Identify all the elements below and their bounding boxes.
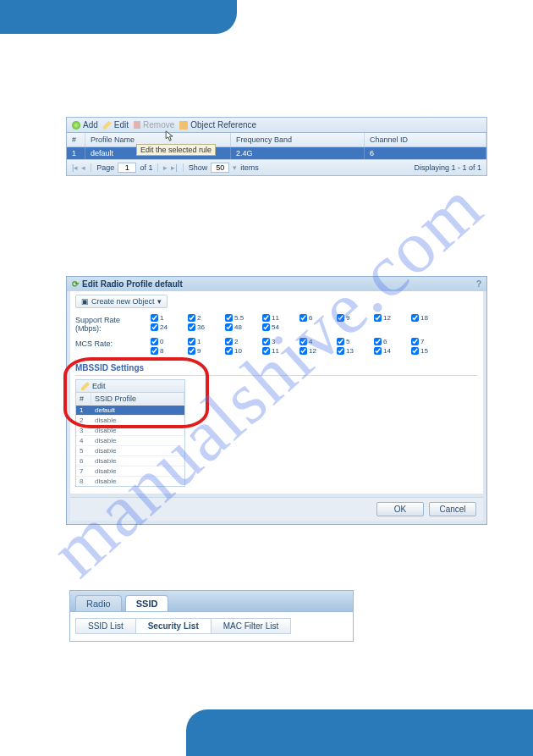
profiles-toolbar: Add Edit Remove Object Reference [67,118,486,133]
rate-checkbox[interactable]: 11 [262,314,299,322]
main-tabs: Radio SSID [70,591,353,611]
rate-checkbox[interactable]: 18 [411,314,448,322]
pager: |◂ ◂ Page of 1 ▸ ▸| Show ▾ items Display… [67,159,486,175]
items-label: items [240,163,259,172]
edit-radio-profile-dialog: ⟳ Edit Radio Profile default ? ▣ Create … [66,276,487,525]
displaying-label: Displaying 1 - 1 of 1 [414,163,481,172]
rate-checkbox[interactable]: 2 [188,314,225,322]
rate-checkbox[interactable]: 9 [337,314,374,322]
support-rate-checkboxes: 125.51169121824364854 [151,314,448,331]
profiles-grid-panel: Add Edit Remove Object Reference # Profi… [66,117,487,176]
rate-checkbox[interactable]: 12 [374,314,411,322]
show-input[interactable] [211,163,229,173]
rate-checkbox[interactable]: 1 [188,338,225,345]
rate-checkbox[interactable]: 0 [151,338,188,345]
new-object-icon: ▣ [81,297,89,306]
mbssid-row[interactable]: 3disable [76,425,184,435]
dialog-title-bar: ⟳ Edit Radio Profile default ? [67,277,486,291]
page-bottom-bar [186,709,533,756]
rate-checkbox[interactable]: 11 [262,347,299,355]
object-reference-icon [179,121,188,130]
create-new-object-button[interactable]: ▣ Create new Object ▾ [75,295,168,308]
col-channel-id[interactable]: Channel ID [365,133,486,146]
remove-button[interactable]: Remove [134,120,174,130]
dialog-footer: OK Cancel [70,497,483,521]
edit-icon [81,382,90,390]
rate-checkbox[interactable]: 9 [188,347,225,355]
mbssid-edit-button[interactable]: Edit [75,379,185,393]
object-reference-button[interactable]: Object Reference [179,120,256,130]
help-icon[interactable]: ? [476,279,481,289]
rate-checkbox[interactable]: 7 [411,338,448,345]
last-page-button[interactable]: ▸| [171,163,177,172]
mbssid-row[interactable]: 7disable [76,466,184,476]
rate-checkbox[interactable]: 5 [337,338,374,345]
show-dropdown-icon[interactable]: ▾ [233,163,237,172]
mbssid-row[interactable]: 1default [76,405,184,415]
ok-button[interactable]: OK [376,502,424,516]
add-button[interactable]: Add [72,120,98,130]
tabs-panel: Radio SSID SSID List Security List MAC F… [69,590,354,642]
col-profile-name[interactable]: Profile Name Edit the selected rule [85,133,231,146]
refresh-icon: ⟳ [72,279,79,289]
cancel-button[interactable]: Cancel [429,502,476,516]
support-rate-label: Support Rate (Mbps): [75,314,147,333]
rate-checkbox[interactable]: 4 [299,338,337,345]
rate-checkbox[interactable]: 6 [299,314,337,322]
prev-page-button[interactable]: ◂ [81,163,85,172]
mb-col-num[interactable]: # [76,393,91,405]
rate-checkbox[interactable]: 15 [411,347,448,355]
rate-checkbox[interactable]: 1 [151,314,188,322]
rate-checkbox[interactable]: 6 [374,338,411,345]
rate-checkbox[interactable]: 12 [299,347,337,355]
mbssid-settings-heading: MBSSID Settings [75,363,478,376]
page-input[interactable] [118,163,136,173]
of-label: of 1 [140,163,152,172]
grid-header: # Profile Name Edit the selected rule Fr… [67,133,486,147]
subtab-security-list[interactable]: Security List [136,618,212,634]
mbssid-row[interactable]: 2disable [76,415,184,425]
rate-checkbox[interactable] [411,323,448,331]
subtab-ssid-list[interactable]: SSID List [75,618,136,634]
edit-tooltip: Edit the selected rule [136,144,216,156]
col-frequency-band[interactable]: Frequency Band [231,133,365,146]
mbssid-row[interactable]: 4disable [76,435,184,445]
rate-checkbox[interactable]: 10 [225,347,262,355]
rate-checkbox[interactable] [299,323,337,331]
subtab-mac-filter-list[interactable]: MAC Filter List [212,618,292,634]
edit-icon [103,121,112,130]
rate-checkbox[interactable]: 24 [151,323,188,331]
first-page-button[interactable]: |◂ [72,163,78,172]
rate-checkbox[interactable] [374,323,411,331]
page-top-bar [0,0,237,34]
rate-checkbox[interactable]: 36 [188,323,225,331]
next-page-button[interactable]: ▸ [163,163,168,172]
rate-checkbox[interactable]: 3 [262,338,299,345]
col-num[interactable]: # [67,133,85,146]
mb-col-ssid-profile[interactable]: SSID Profile [91,393,184,405]
show-label: Show [189,163,208,172]
rate-checkbox[interactable]: 13 [337,347,374,355]
page-label: Page [96,163,114,172]
cursor-icon [165,130,174,144]
edit-button[interactable]: Edit [103,120,129,130]
rate-checkbox[interactable]: 54 [262,323,299,331]
tab-radio[interactable]: Radio [75,595,122,611]
trash-icon [134,121,140,129]
table-row[interactable]: 1 default 2.4G 6 [67,147,486,159]
rate-checkbox[interactable] [337,323,374,331]
rate-checkbox[interactable]: 5.5 [225,314,262,322]
mbssid-row[interactable]: 8disable [76,476,184,486]
rate-checkbox[interactable]: 8 [151,347,188,355]
mbssid-row[interactable]: 6disable [76,455,184,466]
mcs-rate-checkboxes: 0123456789101112131415 [151,338,448,355]
mbssid-row[interactable]: 5disable [76,445,184,455]
rate-checkbox[interactable]: 14 [374,347,411,355]
sub-tabs: SSID List Security List MAC Filter List [70,611,353,641]
rate-checkbox[interactable]: 48 [225,323,262,331]
dialog-title: Edit Radio Profile default [82,279,183,289]
add-icon [72,121,80,130]
rate-checkbox[interactable]: 2 [225,338,262,345]
tab-ssid[interactable]: SSID [125,595,169,611]
mcs-rate-label: MCS Rate: [75,338,147,348]
